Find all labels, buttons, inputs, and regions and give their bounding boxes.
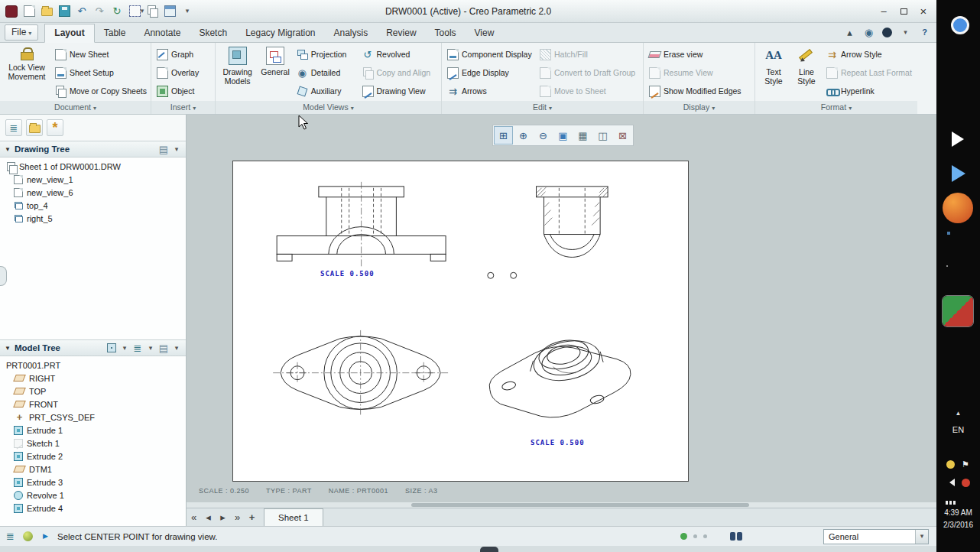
tree-item-right-5[interactable]: right_5	[0, 212, 186, 225]
undo-button[interactable]	[74, 4, 89, 19]
model-tree-filter-icon[interactable]	[133, 343, 142, 352]
component-display-button[interactable]: Component Display	[445, 45, 535, 63]
group-label-display[interactable]: Display	[644, 101, 754, 114]
save-button[interactable]	[57, 4, 72, 19]
scrollbar-thumb[interactable]	[411, 503, 748, 507]
tab-tools[interactable]: Tools	[426, 24, 466, 42]
zoom-region-button[interactable]	[494, 126, 513, 144]
next-sheet-button[interactable]	[216, 508, 230, 526]
drawing-tree-settings-icon[interactable]	[159, 144, 168, 154]
clock-date[interactable]: 2/3/2016	[936, 520, 980, 531]
green-red-app-icon[interactable]	[943, 296, 973, 326]
auxiliary-button[interactable]: Auxiliary	[294, 82, 358, 100]
graph-button[interactable]: Graph	[154, 45, 211, 63]
tree-item-extrude-2[interactable]: Extrude 2	[0, 450, 186, 463]
arrow-style-button[interactable]: Arrow Style	[824, 45, 913, 63]
view-scale-note-bottom[interactable]: SCALE 0.500	[531, 439, 585, 446]
show-hidden-tray-icons[interactable]	[936, 409, 980, 418]
tab-sketch[interactable]: Sketch	[190, 24, 236, 42]
layers-button[interactable]	[573, 126, 592, 144]
tab-legacy-migration[interactable]: Legacy Migration	[236, 24, 324, 42]
first-sheet-button[interactable]	[187, 508, 201, 526]
drawing-tree-collapse-icon[interactable]: ▼	[5, 146, 11, 153]
tab-review[interactable]: Review	[377, 24, 425, 42]
selection-filter-combo[interactable]: General	[823, 529, 929, 544]
new-sheet-button[interactable]: New Sheet	[53, 45, 148, 63]
last-sheet-button[interactable]	[230, 508, 245, 526]
folder-browser-button[interactable]	[26, 119, 43, 136]
tree-item-top-plane[interactable]: TOP	[0, 385, 186, 398]
view-scale-note-top[interactable]: SCALE 0.500	[320, 270, 375, 278]
model-tree-menu-caret[interactable]	[172, 343, 181, 352]
tree-item-new-view-6[interactable]: new_view_6	[0, 186, 186, 199]
horizontal-scrollbar[interactable]	[187, 502, 936, 508]
sheet-setup-button[interactable]: Sheet Setup	[53, 63, 148, 82]
tab-table[interactable]: Table	[95, 24, 135, 42]
hyperlink-button[interactable]: Hyperlink	[824, 82, 913, 100]
graphics-area[interactable]: SCALE 0.500 SCALE 0.500 SCALE : 0.250 TY…	[187, 115, 936, 508]
tree-item-new-view-1[interactable]: new_view_1	[0, 173, 186, 186]
orange-app-icon[interactable]	[943, 193, 973, 223]
status-tree-toggle-icon[interactable]	[5, 531, 16, 542]
add-sheet-button[interactable]	[245, 508, 259, 526]
group-label-insert[interactable]: Insert	[151, 101, 215, 114]
group-label-document[interactable]: Document	[0, 101, 151, 114]
window-switch-button[interactable]	[162, 4, 177, 19]
taskbar-handle[interactable]	[480, 547, 498, 552]
drawing-sheet[interactable]	[232, 161, 689, 482]
zoom-in-button[interactable]	[514, 126, 533, 144]
group-label-edit[interactable]: Edit	[442, 101, 643, 114]
restore-button[interactable]	[894, 4, 913, 19]
new-file-button[interactable]	[21, 4, 37, 19]
drawing-view-button[interactable]: Drawing View	[360, 82, 438, 100]
selection-filter-drop-button[interactable]	[915, 530, 928, 544]
app-menu-button[interactable]	[4, 4, 19, 19]
tray-alert-icon[interactable]	[960, 477, 971, 488]
line-style-button[interactable]: Line Style	[791, 45, 822, 100]
refit-button[interactable]	[553, 126, 573, 144]
previous-sheet-button[interactable]	[201, 508, 216, 526]
drawing-tree-header[interactable]: ▼ Drawing Tree	[0, 141, 186, 157]
minimize-ribbon-button[interactable]	[844, 27, 855, 38]
display-style-button[interactable]	[593, 126, 612, 144]
drawing-view-right-section[interactable]	[537, 187, 608, 258]
tray-status-icon[interactable]	[945, 459, 956, 469]
hatch-toggle-button[interactable]	[613, 126, 632, 144]
paste-button[interactable]	[144, 4, 160, 19]
minimize-button[interactable]	[874, 4, 894, 19]
edge-display-button[interactable]: Edge Display	[445, 63, 535, 82]
drawing-view-top[interactable]	[273, 330, 448, 415]
favorites-button[interactable]	[47, 119, 63, 136]
model-tree-show-icon[interactable]	[107, 343, 116, 352]
volume-icon[interactable]	[945, 477, 956, 488]
utilities-caret-icon[interactable]	[900, 27, 911, 38]
tab-analysis[interactable]: Analysis	[325, 24, 378, 42]
drawing-tree-menu-caret[interactable]	[172, 144, 181, 154]
tree-item-right-plane[interactable]: RIGHT	[0, 372, 186, 385]
close-button[interactable]	[913, 4, 933, 19]
search-icon[interactable]	[863, 27, 875, 38]
tree-item-extrude-4[interactable]: Extrude 4	[0, 502, 186, 515]
move-or-copy-sheets-button[interactable]: Move or Copy Sheets	[53, 82, 148, 100]
model-tree-filter-caret[interactable]	[146, 343, 155, 352]
zoom-out-button[interactable]	[534, 126, 553, 144]
text-style-button[interactable]: Text Style	[758, 45, 789, 100]
detailed-button[interactable]: Detailed	[294, 63, 358, 82]
tab-file[interactable]: File	[5, 24, 38, 41]
status-model-icon[interactable]	[22, 531, 34, 542]
tree-item-csys[interactable]: PRT_CSYS_DEF	[0, 411, 186, 424]
tree-item-sketch-1[interactable]: Sketch 1	[0, 437, 186, 450]
connect-icon[interactable]	[882, 28, 892, 37]
overlay-button[interactable]: Overlay	[154, 63, 211, 82]
tree-item-sheet-root[interactable]: Sheet 1 of DRW0001.DRW	[0, 160, 186, 173]
tree-item-top-4[interactable]: top_4	[0, 199, 186, 212]
tab-annotate[interactable]: Annotate	[135, 24, 190, 42]
model-tree-toggle-button[interactable]	[5, 119, 22, 136]
drawing-view-front[interactable]	[277, 182, 446, 266]
selection-filter-button[interactable]	[127, 4, 142, 19]
model-tree-settings-icon[interactable]	[159, 343, 168, 352]
find-binoculars-icon[interactable]	[730, 532, 742, 541]
regenerate-button[interactable]	[109, 4, 125, 19]
action-center-flag-icon[interactable]	[960, 459, 971, 469]
network-icon[interactable]	[945, 495, 956, 506]
